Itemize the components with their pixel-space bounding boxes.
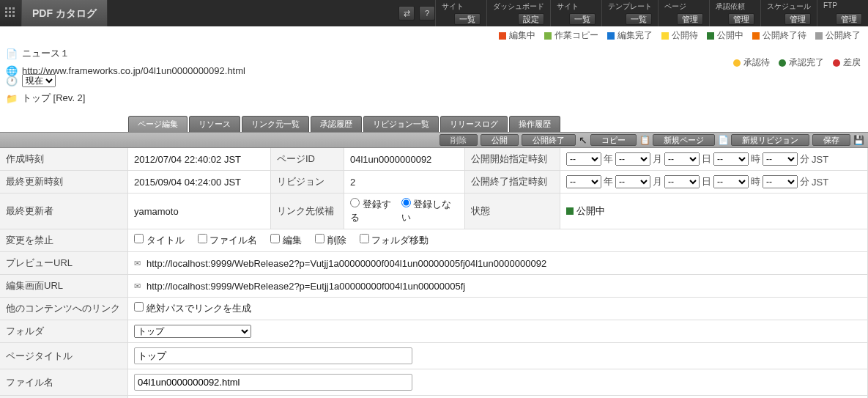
value-prohibit-change: タイトル ファイル名 編集 削除 フォルダ移動 <box>128 229 868 252</box>
value-revision: 2 <box>344 171 465 194</box>
pub-start-month[interactable]: -- <box>615 152 650 166</box>
pub-end-year[interactable]: -- <box>566 175 601 188</box>
page-title-input[interactable] <box>134 347 412 364</box>
tab-approval-history[interactable]: 承認履歴 <box>311 116 362 132</box>
svg-rect-7 <box>9 15 11 17</box>
cb-title[interactable]: タイトル <box>134 234 185 247</box>
tab-page-edit[interactable]: ページ編集 <box>128 116 188 132</box>
label-status: 状態 <box>465 194 560 229</box>
label-last-update: 最終更新時刻 <box>0 171 128 194</box>
top-bar: PDF カタログ ⇄ ? サイト一覧 ダッシュボード設定 サイト一覧 テンプレー… <box>0 0 868 26</box>
cb-abs-path[interactable]: 絶対パスでリンクを生成 <box>134 302 251 315</box>
value-status: 公開中 <box>560 194 868 229</box>
pub-start-year[interactable]: -- <box>566 152 601 166</box>
value-last-editor: yamamoto <box>128 194 271 229</box>
top-menus: サイト一覧 ダッシュボード設定 サイト一覧 テンプレート一覧 ページ管理 承認依… <box>435 0 868 26</box>
save-icon: 💾 <box>853 135 864 145</box>
menu-schedule[interactable]: スケジュール管理 <box>760 0 817 26</box>
mail-icon: ✉ <box>134 281 141 291</box>
pub-start-min[interactable]: -- <box>763 152 798 166</box>
svg-rect-6 <box>5 15 7 17</box>
label-last-editor: 最終更新者 <box>0 194 128 229</box>
end-publish-button[interactable]: 公開終了 <box>522 134 576 146</box>
value-link-candidate: 登録する 登録しない <box>344 194 465 229</box>
top-bar-gap: ⇄ ? <box>108 0 435 26</box>
pub-end-datetime: --年 --月 --日 --時 --分 JST <box>566 175 828 188</box>
toggle-panel-button[interactable]: ⇄ <box>398 6 415 21</box>
pub-end-month[interactable]: -- <box>615 175 650 188</box>
label-created: 作成時刻 <box>0 148 128 171</box>
cursor-icon: ↖ <box>579 134 587 146</box>
status-legend-1: 編集中 作業コピー 編集完了 公開待 公開中 公開終了待 公開終了 <box>0 26 868 45</box>
new-page-icon: 📄 <box>718 135 728 145</box>
tab-operation-history[interactable]: 操作履歴 <box>509 116 560 132</box>
menu-approval[interactable]: 承認依頼管理 <box>709 0 760 26</box>
value-pub-end: --年 --月 --日 --時 --分 JST <box>560 171 868 194</box>
status-color-icon <box>566 207 574 215</box>
svg-rect-2 <box>12 7 15 10</box>
form-wide-rows: 変更を禁止 タイトル ファイル名 編集 削除 フォルダ移動 プレビューURL ✉… <box>0 229 868 398</box>
tab-release-log[interactable]: リリースログ <box>440 116 508 132</box>
action-bar: 削除 公開 公開終了 ↖ コピー 📋 新規ページ 📄 新規リビジョン 保存 💾 <box>0 132 868 148</box>
cb-delete[interactable]: 削除 <box>315 234 346 247</box>
copy-button[interactable]: コピー <box>590 134 637 146</box>
legend-item: 公開中 <box>707 29 743 42</box>
legend-item: 編集中 <box>499 29 535 42</box>
folder-icon: 📁 <box>6 92 18 104</box>
pub-end-hour[interactable]: -- <box>713 175 749 188</box>
svg-rect-8 <box>12 15 15 17</box>
svg-rect-4 <box>9 11 11 13</box>
pub-end-day[interactable]: -- <box>664 175 700 188</box>
label-pub-start: 公開開始指定時刻 <box>465 148 560 171</box>
menu-template[interactable]: テンプレート一覧 <box>601 0 658 26</box>
file-name-input[interactable] <box>134 374 412 391</box>
page-name: ニュース１ <box>22 47 70 60</box>
value-page-id: 04l1un0000000092 <box>344 148 465 171</box>
folder-select[interactable]: トップ <box>134 325 251 338</box>
help-button[interactable]: ? <box>419 6 435 21</box>
label-preview-url: プレビューURL <box>0 252 128 275</box>
label-revision: リビジョン <box>271 171 344 194</box>
pub-start-hour[interactable]: -- <box>713 152 749 166</box>
delete-button[interactable]: 削除 <box>439 134 478 146</box>
tab-link-source[interactable]: リンク元一覧 <box>242 116 309 132</box>
legend-item: 公開終了待 <box>752 29 806 42</box>
value-other-link: 絶対パスでリンクを生成 <box>128 298 868 320</box>
menu-dashboard[interactable]: ダッシュボード設定 <box>486 0 550 26</box>
mail-icon: ✉ <box>134 259 141 268</box>
new-revision-button[interactable]: 新規リビジョン <box>731 134 809 146</box>
value-last-update: 2015/09/04 04:24:00 JST <box>128 171 271 194</box>
cb-edit[interactable]: 編集 <box>270 234 302 247</box>
app-title: PDF カタログ <box>22 0 108 26</box>
folder-rev: トップ [Rev. 2] <box>22 92 85 105</box>
label-link-candidate: リンク先候補 <box>271 194 344 229</box>
tab-resource[interactable]: リソース <box>189 116 240 132</box>
value-pub-start: --年 --月 --日 --時 --分 JST <box>560 148 868 171</box>
menu-site[interactable]: サイト一覧 <box>435 0 486 26</box>
value-preview-url: ✉ http://localhost:9999/WebRelease2?p=Vu… <box>128 252 868 275</box>
label-page-id: ページID <box>271 148 344 171</box>
page-icon: 📄 <box>6 48 18 59</box>
menu-site-2[interactable]: サイト一覧 <box>550 0 601 26</box>
tab-revision-list[interactable]: リビジョン一覧 <box>363 116 439 132</box>
value-page-title <box>128 343 868 369</box>
pub-end-min[interactable]: -- <box>763 175 798 188</box>
value-created: 2012/07/04 22:40:02 JST <box>128 148 271 171</box>
cb-file-name[interactable]: ファイル名 <box>198 234 258 247</box>
legend-item: 編集完了 <box>607 29 653 42</box>
label-other-link: 他のコンテンツへのリンク <box>0 298 128 320</box>
clock-icon: 🕐 <box>6 75 18 86</box>
legend-item: 承認完了 <box>779 56 824 69</box>
menu-page[interactable]: ページ管理 <box>658 0 709 26</box>
menu-ftp[interactable]: FTP管理 <box>817 0 868 26</box>
save-button[interactable]: 保存 <box>812 134 850 146</box>
radio-not-register[interactable]: 登録しない <box>401 198 459 224</box>
radio-register[interactable]: 登録する <box>350 198 398 224</box>
clipboard-icon: 📋 <box>639 135 650 145</box>
value-edit-url: ✉ http://localhost:9999/WebRelease2?p=Eu… <box>128 275 868 298</box>
cb-folder-move[interactable]: フォルダ移動 <box>360 234 429 247</box>
time-select[interactable]: 現在 <box>22 74 56 87</box>
publish-button[interactable]: 公開 <box>481 134 519 146</box>
new-page-button[interactable]: 新規ページ <box>653 134 715 146</box>
pub-start-day[interactable]: -- <box>664 152 700 166</box>
